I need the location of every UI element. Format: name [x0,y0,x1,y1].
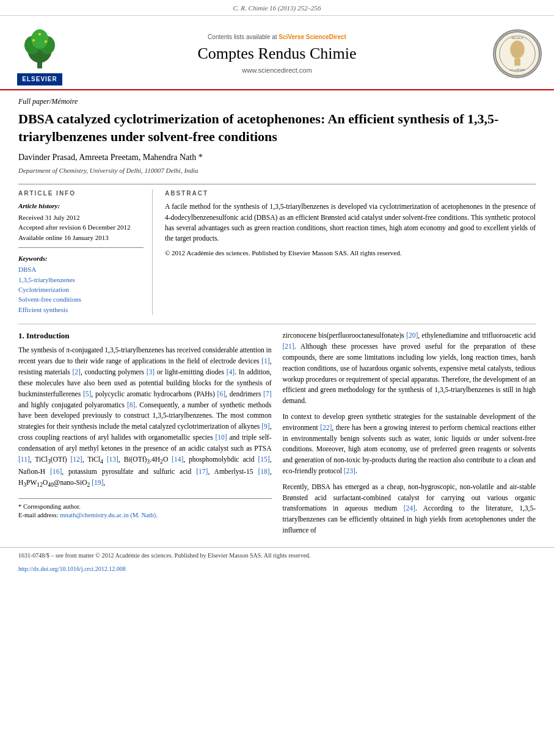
svg-rect-11 [514,59,520,66]
intro-para1: The synthesis of π-conjugated 1,3,5-tria… [18,345,272,489]
abstract-text: A facile method for the synthesis of 1,3… [165,202,536,244]
svg-point-10 [510,41,524,59]
divider-keywords [18,247,144,248]
affiliation: Department of Chemistry, University of D… [18,166,536,175]
keyword-2[interactable]: 1,3,5-triarylbenzenes [18,275,144,285]
keyword-1[interactable]: DBSA [18,265,144,274]
footnote-email-label: E-mail address: [18,512,59,518]
sciverse-line: Contents lists available at SciVerse Sci… [67,33,487,42]
keyword-3[interactable]: Cyclotrimerization [18,285,144,294]
info-area: ARTICLE INFO Article history: Received 3… [18,189,536,315]
journal-title: Comptes Rendus Chimie [67,43,487,65]
abstract-heading: ABSTRACT [165,189,536,198]
journal-url: www.sciencedirect.com [67,66,487,75]
footer-issn: 1631-0748/$ – see front matter © 2012 Ac… [18,551,311,560]
footer-bar: 1631-0748/$ – see front matter © 2012 Ac… [0,547,554,564]
left-column: 1. Introduction The synthesis of π-conju… [18,330,272,541]
ref-23[interactable]: [23] [344,467,355,474]
svg-text:ACADÉMIE: ACADÉMIE [509,69,525,72]
academy-logo-area: ACADÉMIE FRANCE [487,29,542,78]
ref-2[interactable]: [2] [72,368,80,376]
ref-19[interactable]: [19] [92,479,103,486]
abstract-area: ABSTRACT A facile method for the synthes… [165,189,536,315]
article-body: Full paper/Mémoire DBSA catalyzed cyclot… [0,90,554,547]
article-type: Full paper/Mémoire [18,96,536,107]
accepted-date: Accepted after revision 6 December 2012 [18,223,144,232]
ref-22[interactable]: [22] [320,424,332,431]
page: C. R. Chimie 16 (2013) 252–256 ELSEVIER [0,0,554,756]
right-para1: zirconocene bis(perfluorooctanesulfonate… [283,330,536,407]
article-title: DBSA catalyzed cyclotrimerization of ace… [18,111,536,145]
divider-1 [18,184,536,184]
svg-text:FRANCE: FRANCE [511,37,523,40]
academy-icon: ACADÉMIE FRANCE [493,29,542,78]
journal-info: Contents lists available at SciVerse Sci… [67,33,487,76]
ref-7[interactable]: [7] [263,390,271,398]
ref-12[interactable]: [12] [71,456,82,463]
ref-3[interactable]: [3] [147,368,155,376]
ref-1[interactable]: [1] [261,357,269,365]
ref-17[interactable]: [17] [196,468,208,475]
article-info: ARTICLE INFO Article history: Received 3… [18,189,153,315]
abstract-copyright: © 2012 Académie des sciences. Published … [165,249,536,258]
ref-15[interactable]: [15] [258,456,269,463]
svg-point-6 [45,40,47,43]
article-info-heading: ARTICLE INFO [18,189,144,198]
ref-6[interactable]: [6] [217,390,225,398]
ref-20[interactable]: [20] [406,332,418,339]
ref-5[interactable]: [5] [83,390,91,398]
ref-18[interactable]: [18] [258,468,269,475]
svg-point-7 [38,33,41,35]
svg-point-4 [31,29,48,49]
elsevier-tree-icon [15,22,64,71]
ref-13[interactable]: [13] [107,456,118,463]
ref-16[interactable]: [16] [50,468,62,475]
sciverse-link[interactable]: SciVerse ScienceDirect [279,34,346,40]
elsevier-label: ELSEVIER [17,73,62,85]
available-date: Available online 16 January 2013 [18,233,144,242]
ref-21[interactable]: [21] [283,343,294,350]
authors: Davinder Prasad, Amreeta Preetam, Mahend… [18,151,536,164]
keywords-title: Keywords: [18,254,144,263]
ref-9[interactable]: [9] [261,423,269,430]
footer-doi-line: http://dx.doi.org/10.1016/j.crci.2012.12… [0,564,554,578]
ref-10[interactable]: [10] [215,434,227,441]
ref-14[interactable]: [14] [172,456,183,463]
keyword-4[interactable]: Solvent-free conditions [18,295,144,304]
history-label: Article history: [18,202,144,211]
journal-header: ELSEVIER Contents lists available at Sci… [0,16,554,90]
citation-bar: C. R. Chimie 16 (2013) 252–256 [0,0,554,16]
right-para2: In context to develop green synthetic st… [283,412,536,477]
right-para3: Recently, DBSA has emerged as a cheap, n… [283,482,536,536]
footnote-email-value[interactable]: mnath@chemistry.du.ac.in (M. Nath). [60,512,158,518]
sciverse-prefix: Contents lists available at [208,34,279,40]
citation-text: C. R. Chimie 16 (2013) 252–256 [233,4,321,12]
ref-8[interactable]: [8] [127,401,135,409]
footnote-corresponding: * Corresponding author. [18,503,272,512]
footnote-email: E-mail address: mnath@chemistry.du.ac.in… [18,511,272,520]
footer-doi[interactable]: http://dx.doi.org/10.1016/j.crci.2012.12… [18,565,126,572]
ref-11[interactable]: [11] [18,456,30,463]
intro-heading: 1. Introduction [18,330,272,341]
ref-4[interactable]: [4] [227,368,235,376]
keyword-5[interactable]: Efficient synthesis [18,305,144,314]
ref-24[interactable]: [24] [404,504,415,512]
elsevier-logo-area: ELSEVIER [12,22,67,85]
footnote-area: * Corresponding author. E-mail address: … [18,498,272,520]
main-content: 1. Introduction The synthesis of π-conju… [18,324,536,541]
right-column: zirconocene bis(perfluorooctanesulfonate… [283,330,536,541]
received-date: Received 31 July 2012 [18,213,144,222]
svg-point-5 [32,39,35,42]
